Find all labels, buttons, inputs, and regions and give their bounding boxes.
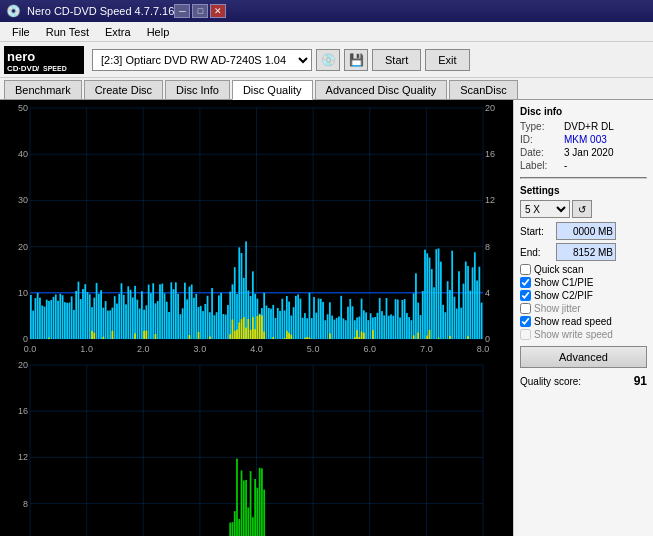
svg-text:SPEED: SPEED — [43, 65, 67, 72]
svg-text:CD·DVD: CD·DVD — [7, 64, 38, 73]
end-field-input[interactable] — [556, 243, 616, 261]
quick-scan-label: Quick scan — [534, 264, 583, 275]
quality-score-value: 91 — [634, 374, 647, 388]
write-speed-checkbox — [520, 329, 531, 340]
svg-text:nero: nero — [7, 49, 35, 64]
id-label: ID: — [520, 134, 564, 145]
minimize-button[interactable]: ─ — [174, 4, 190, 18]
menu-file[interactable]: File — [4, 25, 38, 39]
speed-select[interactable]: 5 X 4 X 8 X MAX — [520, 200, 570, 218]
quick-scan-row: Quick scan — [520, 264, 647, 275]
write-speed-label: Show write speed — [534, 329, 613, 340]
c1-pie-row: Show C1/PIE — [520, 277, 647, 288]
date-label: Date: — [520, 147, 564, 158]
refresh-icon-btn[interactable]: ↺ — [572, 200, 592, 218]
id-value: MKM 003 — [564, 134, 607, 145]
date-value: 3 Jan 2020 — [564, 147, 614, 158]
quality-row: Quality score: 91 — [520, 374, 647, 388]
menu-bar: File Run Test Extra Help — [0, 22, 653, 42]
speed-row: 5 X 4 X 8 X MAX ↺ — [520, 200, 647, 218]
exit-button[interactable]: Exit — [425, 49, 469, 71]
toolbar: nero CD·DVD / SPEED [2:3] Optiarc DVD RW… — [0, 42, 653, 78]
read-speed-checkbox[interactable] — [520, 316, 531, 327]
write-speed-row: Show write speed — [520, 329, 647, 340]
disc-date-row: Date: 3 Jan 2020 — [520, 147, 647, 158]
drive-select[interactable]: [2:3] Optiarc DVD RW AD-7240S 1.04 — [92, 49, 312, 71]
start-button[interactable]: Start — [372, 49, 421, 71]
tab-advanced-disc-quality[interactable]: Advanced Disc Quality — [315, 80, 448, 99]
tab-bar: Benchmark Create Disc Disc Info Disc Qua… — [0, 78, 653, 100]
menu-extra[interactable]: Extra — [97, 25, 139, 39]
title-bar: 💿 Nero CD-DVD Speed 4.7.7.16 ─ □ ✕ — [0, 0, 653, 22]
c1-pie-checkbox[interactable] — [520, 277, 531, 288]
quick-scan-checkbox[interactable] — [520, 264, 531, 275]
menu-run-test[interactable]: Run Test — [38, 25, 97, 39]
menu-help[interactable]: Help — [139, 25, 178, 39]
c2-pif-checkbox[interactable] — [520, 290, 531, 301]
c2-pif-row: Show C2/PIF — [520, 290, 647, 301]
disc-type-row: Type: DVD+R DL — [520, 121, 647, 132]
c1-pie-label: Show C1/PIE — [534, 277, 593, 288]
tab-disc-info[interactable]: Disc Info — [165, 80, 230, 99]
label-value: - — [564, 160, 567, 171]
left-area: PI Errors Average: 4.21 Maximum: 34 Tota… — [0, 100, 513, 536]
jitter-row: Show jitter — [520, 303, 647, 314]
close-button[interactable]: ✕ — [210, 4, 226, 18]
charts-container — [0, 100, 513, 536]
advanced-button[interactable]: Advanced — [520, 346, 647, 368]
end-field-label: End: — [520, 247, 556, 258]
bottom-chart — [2, 359, 511, 536]
app-title: Nero CD-DVD Speed 4.7.7.16 — [27, 5, 174, 17]
nero-logo: nero CD·DVD / SPEED — [4, 46, 84, 74]
type-label: Type: — [520, 121, 564, 132]
quality-score-label: Quality score: — [520, 376, 634, 387]
start-field-row: Start: — [520, 222, 647, 240]
side-panel: Disc info Type: DVD+R DL ID: MKM 003 Dat… — [513, 100, 653, 536]
disc-info-title: Disc info — [520, 106, 647, 117]
maximize-button[interactable]: □ — [192, 4, 208, 18]
tab-benchmark[interactable]: Benchmark — [4, 80, 82, 99]
jitter-checkbox[interactable] — [520, 303, 531, 314]
disc-label-row: Label: - — [520, 160, 647, 171]
tab-scandisc[interactable]: ScanDisc — [449, 80, 517, 99]
settings-title: Settings — [520, 185, 647, 196]
tab-create-disc[interactable]: Create Disc — [84, 80, 163, 99]
c2-pif-label: Show C2/PIF — [534, 290, 593, 301]
read-speed-row: Show read speed — [520, 316, 647, 327]
main-content: PI Errors Average: 4.21 Maximum: 34 Tota… — [0, 100, 653, 536]
top-chart — [2, 102, 511, 357]
start-field-label: Start: — [520, 226, 556, 237]
disc-icon-btn[interactable]: 💿 — [316, 49, 340, 71]
save-icon-btn[interactable]: 💾 — [344, 49, 368, 71]
read-speed-label: Show read speed — [534, 316, 612, 327]
type-value: DVD+R DL — [564, 121, 614, 132]
label-label: Label: — [520, 160, 564, 171]
app-icon: 💿 — [6, 4, 21, 18]
tab-disc-quality[interactable]: Disc Quality — [232, 80, 313, 100]
jitter-label: Show jitter — [534, 303, 581, 314]
end-field-row: End: — [520, 243, 647, 261]
disc-id-row: ID: MKM 003 — [520, 134, 647, 145]
start-field-input[interactable] — [556, 222, 616, 240]
